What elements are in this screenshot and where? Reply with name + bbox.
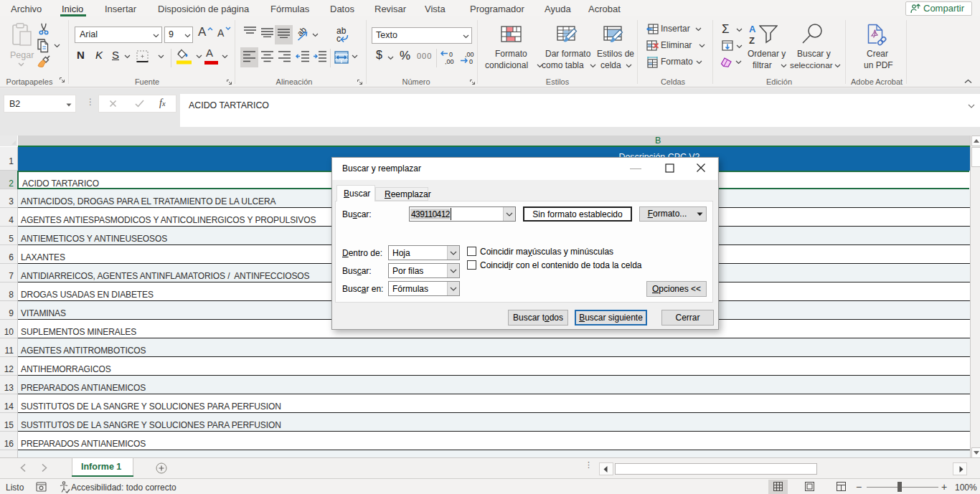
svg-text:0: 0 — [449, 51, 453, 58]
svg-text:,00: ,00 — [445, 58, 454, 65]
svg-text:0: 0 — [469, 58, 473, 65]
svg-text:,00: ,00 — [465, 51, 474, 58]
